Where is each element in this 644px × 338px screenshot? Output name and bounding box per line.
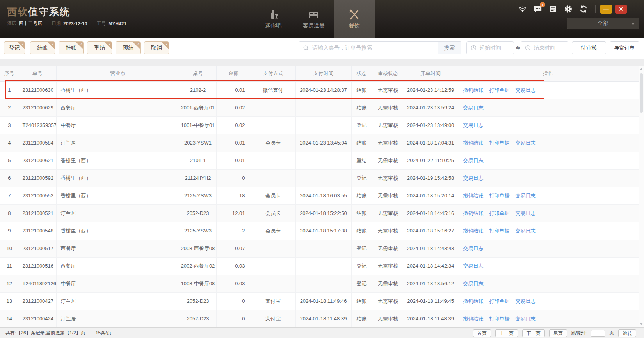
- table-row[interactable]: 723121000552香榭里（西）2125-YSW318会员卡2024-01-…: [0, 187, 639, 204]
- cell-seq: 3: [0, 116, 19, 134]
- action-link[interactable]: 撤销结账: [463, 228, 484, 234]
- start-time-input[interactable]: 起始时间: [466, 41, 514, 54]
- cell-open-time: 2024-01-18 11:49:45: [404, 292, 457, 310]
- action-link[interactable]: 打印单据: [489, 228, 510, 234]
- cell-status: 结账: [351, 81, 372, 99]
- cancel-button[interactable]: 取消✓: [144, 41, 169, 54]
- refresh-icon[interactable]: [578, 4, 589, 14]
- table-row[interactable]: 923121000548香榭里（西）2125-YSW32会员卡2024-01-1…: [0, 222, 639, 240]
- resettle-button[interactable]: 重结✓: [87, 41, 112, 54]
- table-row[interactable]: 1423121000424汀兰居2052-D230支付宝2024-01-18 1…: [0, 310, 639, 327]
- table-row[interactable]: 523121000621香榭里（西）2101-10.01重结无需审核2024-0…: [0, 152, 639, 169]
- action-link[interactable]: 交易日志: [516, 316, 536, 322]
- abnormal-order-button[interactable]: 异常订单: [610, 41, 639, 54]
- cell-outlet: 香榭里（西）: [56, 81, 180, 99]
- cell-seq: 13: [0, 292, 19, 310]
- action-link[interactable]: 交易日志: [516, 193, 536, 199]
- action-link[interactable]: 打印单据: [489, 140, 510, 146]
- jump-button[interactable]: 跳转: [618, 329, 636, 337]
- action-link[interactable]: 交易日志: [516, 228, 536, 234]
- minimize-button[interactable]: —: [600, 5, 612, 14]
- cell-pay-method: 会员卡: [251, 187, 295, 204]
- document-list-icon[interactable]: [548, 4, 558, 14]
- cell-order-no: 23121000424: [19, 310, 56, 327]
- cell-pay-method: [251, 116, 295, 134]
- action-link[interactable]: 交易日志: [516, 210, 536, 216]
- action-link[interactable]: 撤销结账: [463, 140, 484, 146]
- action-link[interactable]: 打印单据: [489, 210, 510, 216]
- action-link[interactable]: 交易日志: [463, 105, 484, 111]
- wifi-icon[interactable]: [518, 4, 528, 14]
- close-button[interactable]: ✕: [615, 5, 627, 14]
- cell-outlet: 香榭里（西）: [56, 152, 180, 169]
- cell-pay-time: 2024-01-18 15:22:50: [295, 204, 351, 222]
- scrollbar-thumb[interactable]: [640, 73, 643, 113]
- end-time-input[interactable]: 结束时间: [521, 41, 568, 54]
- header-tabs: 迷你吧 客房送餐: [253, 0, 375, 38]
- table-row[interactable]: 12T24011892126中餐厅1008-中餐厅080.03登记无需审核202…: [0, 275, 639, 292]
- action-link[interactable]: 交易日志: [463, 245, 484, 251]
- action-link[interactable]: 打印单据: [489, 298, 510, 304]
- vertical-scrollbar[interactable]: [639, 66, 644, 327]
- table-row[interactable]: 1023121000517西餐厅2008-西餐厅080.07登记无需审核2024…: [0, 240, 639, 257]
- action-link[interactable]: 交易日志: [463, 157, 484, 163]
- table-row[interactable]: 1123121000516西餐厅2002-西餐厅020.03登记无需审核2024…: [0, 257, 639, 275]
- action-link[interactable]: 交易日志: [516, 87, 536, 93]
- table-row[interactable]: 3T24012359357中餐厅1001-中餐厅010.02登记无需审核2024…: [0, 116, 639, 134]
- action-link[interactable]: 交易日志: [463, 175, 484, 181]
- charge-account-button[interactable]: 挂账✓: [59, 41, 84, 54]
- cell-amount: 18: [216, 187, 251, 204]
- action-link[interactable]: 撤销结账: [463, 298, 484, 304]
- table-row[interactable]: 223121000629西餐厅2001-西餐厅010.02结账无需审核2024-…: [0, 99, 639, 116]
- action-link[interactable]: 撤销结账: [463, 210, 484, 216]
- action-link[interactable]: 打印单据: [489, 193, 510, 199]
- last-page-button[interactable]: 尾页: [549, 329, 567, 337]
- filter-dropdown[interactable]: 全部: [567, 18, 639, 29]
- jump-page-input[interactable]: [591, 330, 605, 337]
- table-row[interactable]: 623121000592香榭里（西）2112-HYH20登记无需审核2024-0…: [0, 169, 639, 187]
- action-link[interactable]: 打印单据: [489, 316, 510, 322]
- action-link[interactable]: 交易日志: [463, 281, 484, 286]
- table-row[interactable]: 1323121000427汀兰居2052-D230支付宝2024-01-18 1…: [0, 292, 639, 310]
- scroll-down-arrow-icon[interactable]: [640, 323, 643, 325]
- table-row[interactable]: 123121000630香榭里（西）2102-20.01微信支付2024-01-…: [0, 81, 639, 99]
- action-link[interactable]: 打印单据: [489, 87, 510, 93]
- next-page-button[interactable]: 下一页: [522, 329, 545, 337]
- cell-seq: 12: [0, 275, 19, 292]
- cell-amount: 0.07: [216, 240, 251, 257]
- first-page-button[interactable]: 首页: [473, 329, 491, 337]
- table-row[interactable]: 423121000584汀兰居2023-YSW10.01会员卡2024-01-2…: [0, 134, 639, 152]
- action-link[interactable]: 撤销结账: [463, 193, 484, 199]
- col-status: 状态: [351, 66, 372, 81]
- filter-dropdown-value: 全部: [598, 20, 608, 27]
- action-link[interactable]: 交易日志: [463, 122, 484, 128]
- register-button[interactable]: 登记✓: [4, 41, 25, 54]
- action-link[interactable]: 撤销结账: [463, 87, 484, 93]
- search-button[interactable]: 搜索: [438, 41, 461, 54]
- checkout-button[interactable]: 结账✓: [30, 41, 55, 54]
- search-input[interactable]: 请输入桌号，订单号搜索: [299, 41, 438, 54]
- tab-dining[interactable]: 餐饮: [334, 0, 375, 38]
- cell-seq: 9: [0, 222, 19, 240]
- tab-room-service[interactable]: 客房送餐: [294, 0, 334, 38]
- pending-audit-button[interactable]: 待审核: [572, 41, 606, 54]
- cell-audit-status: 无需审核: [372, 187, 404, 204]
- cell-status: 结账: [351, 99, 372, 116]
- action-link[interactable]: 交易日志: [516, 298, 536, 304]
- action-link[interactable]: 撤销结账: [463, 316, 484, 322]
- tab-minibar[interactable]: 迷你吧: [253, 0, 294, 38]
- cell-pay-time: 2024-01-18 16:03:55: [295, 187, 351, 204]
- prev-page-button[interactable]: 上一页: [495, 329, 518, 337]
- cell-pay-method: 会员卡: [251, 204, 295, 222]
- search-area: 请输入桌号，订单号搜索 搜索: [299, 41, 461, 54]
- action-link[interactable]: 交易日志: [463, 263, 484, 269]
- pre-settle-button[interactable]: 预结✓: [116, 41, 141, 54]
- table-row[interactable]: 823121000521汀兰居2052-D2312.01会员卡2024-01-1…: [0, 204, 639, 222]
- hotel-value: 四十二号店: [19, 20, 42, 27]
- app-header: 西软值守系统 酒店 四十二号店 日期 2023-12-10 工号 MYH421 …: [0, 0, 644, 38]
- settings-gear-icon[interactable]: [563, 4, 573, 14]
- action-link[interactable]: 交易日志: [516, 140, 536, 146]
- cell-table-no: 2052-D23: [180, 204, 216, 222]
- scroll-up-arrow-icon[interactable]: [640, 68, 643, 70]
- messages-icon[interactable]: !: [533, 4, 543, 14]
